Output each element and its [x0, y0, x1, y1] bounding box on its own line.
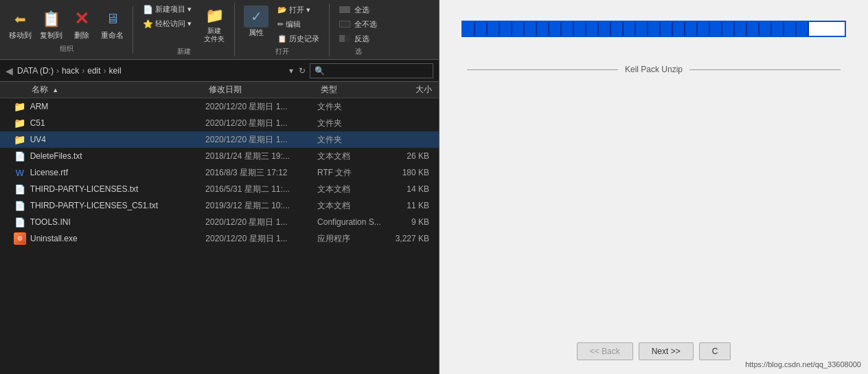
explorer-panel: ⬅ 移动到 📋 复制到 ✕ 删除 🖥 重命名 组织 [0, 0, 439, 374]
toolbar-organize-buttons: ⬅ 移动到 📋 复制到 ✕ 删除 🖥 重命名 [5, 6, 127, 43]
new-item-icon: 📄 [143, 5, 153, 14]
properties-icon: ✓ [244, 6, 269, 28]
column-headers: 名称 ▲ 修改日期 类型 大小 [0, 82, 439, 98]
copy-icon: 📋 [41, 8, 62, 30]
rtf-icon: W [14, 166, 26, 179]
rename-icon: 🖥 [102, 8, 124, 30]
copy-button[interactable]: 📋 复制到 [36, 6, 66, 43]
file-row[interactable]: W License.rtf 2016/8/3 星期三 17:12 RTF 文件 … [0, 164, 439, 181]
txt-icon: 📄 [14, 182, 26, 196]
easy-access-button[interactable]: ⭐ 轻松访问 ▾ [139, 17, 196, 30]
select-none-icon [339, 21, 350, 28]
move-button[interactable]: ⬅ 移动到 [5, 6, 35, 43]
select-all-button[interactable]: 全选 [335, 3, 381, 16]
select-none-button[interactable]: 全不选 [335, 18, 381, 31]
invert-icon [339, 35, 350, 42]
file-row[interactable]: 📄 TOOLS.INI 2020/12/20 星期日 1... Configur… [0, 214, 439, 230]
toolbar-group-open: ✓ 属性 📂 打开 ▾ ✏ 编辑 📋 历史记录 [240, 3, 330, 56]
file-row[interactable]: 📄 DeleteFiles.txt 2018/1/24 星期三 19:... 文… [0, 148, 439, 164]
toolbar-open-buttons: ✓ 属性 📂 打开 ▾ ✏ 编辑 📋 历史记录 [240, 3, 323, 45]
toolbar-new-buttons: 📄 新建项目 ▾ ⭐ 轻松访问 ▾ 📁 新建文件夹 [139, 3, 229, 45]
open-button[interactable]: 📂 打开 ▾ [273, 3, 323, 16]
select-all-icon [339, 6, 350, 13]
cancel-button[interactable]: C [699, 342, 731, 360]
file-row[interactable]: 📄 THIRD-PARTY-LICENSES.txt 2016/5/31 星期二… [0, 181, 439, 197]
rename-button[interactable]: 🖥 重命名 [98, 6, 127, 43]
search-box[interactable]: 🔍 [310, 63, 433, 78]
dialog-label-area: Keil Pack Unzip [453, 65, 854, 74]
col-name-header[interactable]: 名称 ▲ [0, 84, 209, 96]
folder-icon: 📁 [14, 133, 26, 146]
dialog-title-label: Keil Pack Unzip [618, 65, 689, 74]
file-row[interactable]: 📁 ARM 2020/12/20 星期日 1... 文件夹 [0, 98, 439, 115]
back-button[interactable]: << Back [577, 342, 633, 360]
delete-icon: ✕ [71, 8, 93, 30]
exe-icon: ⚙ [14, 232, 26, 245]
txt-icon: 📄 [14, 149, 26, 163]
invert-select-button[interactable]: 反选 [335, 32, 381, 45]
col-type-header[interactable]: 类型 [321, 84, 390, 96]
history-icon: 📋 [277, 34, 287, 43]
new-item-button[interactable]: 📄 新建项目 ▾ [139, 3, 196, 16]
open-icon: 📂 [277, 6, 287, 14]
sort-arrow-name: ▲ [52, 87, 58, 94]
edit-button[interactable]: ✏ 编辑 [273, 18, 323, 31]
move-icon: ⬅ [10, 8, 32, 30]
txt-icon: 📄 [14, 199, 26, 212]
col-size-header[interactable]: 大小 [390, 84, 439, 96]
back-icon[interactable]: ◀ [5, 65, 13, 76]
new-folder-icon: 📁 [203, 5, 225, 27]
dialog-panel: Keil Pack Unzip << Back Next >> C https:… [439, 0, 868, 374]
dropdown-icon[interactable]: ▾ [289, 66, 293, 76]
delete-button[interactable]: ✕ 删除 [67, 6, 96, 43]
file-row-selected[interactable]: 📁 UV4 2020/12/20 星期日 1... 文件夹 [0, 131, 439, 148]
file-list[interactable]: 📁 ARM 2020/12/20 星期日 1... 文件夹 📁 C51 2020… [0, 98, 439, 374]
toolbar: ⬅ 移动到 📋 复制到 ✕ 删除 🖥 重命名 组织 [0, 0, 439, 60]
toolbar-group-select: 全选 全不选 反选 选 [335, 3, 387, 56]
progress-bar [461, 21, 846, 37]
dialog-progress-area: Keil Pack Unzip [439, 0, 868, 336]
right-divider [689, 69, 841, 70]
left-divider [467, 69, 618, 70]
history-button[interactable]: 📋 历史记录 [273, 32, 323, 45]
edit-icon: ✏ [277, 20, 284, 29]
folder-icon: 📁 [14, 116, 26, 130]
col-date-header[interactable]: 修改日期 [209, 84, 320, 96]
toolbar-group-new: 📄 新建项目 ▾ ⭐ 轻松访问 ▾ 📁 新建文件夹 新建 [139, 3, 235, 56]
address-path[interactable]: DATA (D:) › hack › edit › keil [17, 66, 285, 76]
file-row[interactable]: 📄 THIRD-PARTY-LICENSES_C51.txt 2019/3/12… [0, 197, 439, 214]
next-button[interactable]: Next >> [639, 342, 694, 360]
easy-access-icon: ⭐ [143, 19, 153, 29]
new-folder-button[interactable]: 📁 新建文件夹 [200, 3, 229, 45]
folder-icon: 📁 [14, 100, 26, 113]
file-row[interactable]: ⚙ Uninstall.exe 2020/12/20 星期日 1... 应用程序… [0, 230, 439, 247]
address-bar-icons: ▾ ↻ [289, 66, 306, 76]
refresh-icon[interactable]: ↻ [299, 66, 306, 76]
ini-icon: 📄 [14, 215, 26, 229]
address-bar: ◀ DATA (D:) › hack › edit › keil ▾ ↻ 🔍 [0, 60, 439, 82]
file-row[interactable]: 📁 C51 2020/12/20 星期日 1... 文件夹 [0, 115, 439, 131]
properties-button[interactable]: ✓ 属性 [240, 3, 272, 40]
toolbar-group-organize: ⬅ 移动到 📋 复制到 ✕ 删除 🖥 重命名 组织 [5, 6, 133, 54]
bottom-link: https://blog.csdn.net/qq_33608000 [745, 360, 861, 368]
select-buttons: 全选 全不选 反选 [335, 3, 381, 45]
